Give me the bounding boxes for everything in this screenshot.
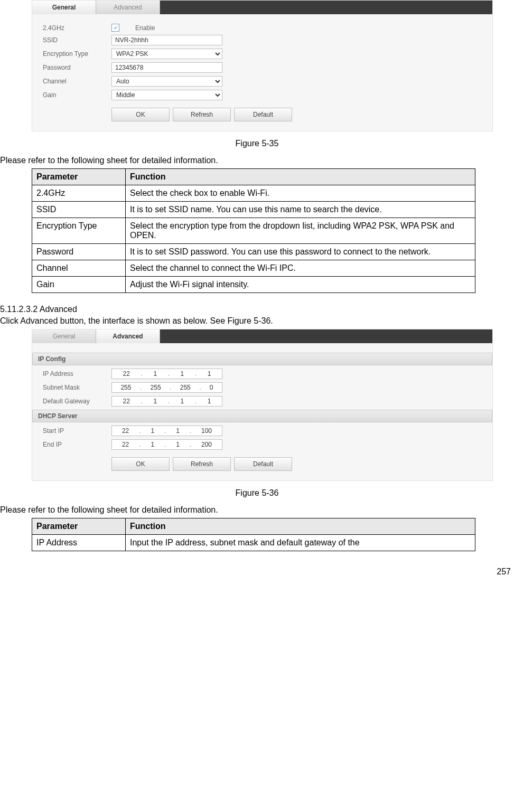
end-ip-label: End IP	[43, 441, 111, 448]
end-ip-input[interactable]: 22. 1. 1. 200	[111, 439, 222, 450]
ssid-label: SSID	[43, 36, 111, 44]
default-button-2[interactable]: Default	[234, 457, 292, 471]
dhcp-server-section: DHCP Server	[32, 410, 492, 422]
tab-advanced-2[interactable]: Advanced	[96, 329, 160, 343]
enable-checkbox[interactable]: ✓	[111, 24, 119, 32]
table-row: IP Address Input the IP address, subnet …	[32, 535, 475, 551]
figure-caption-2: Figure 5-36	[0, 488, 514, 498]
table-row: 2.4GHz Select the check box to enable Wi…	[32, 185, 475, 202]
default-gateway-input[interactable]: 22. 1. 1. 1	[111, 396, 222, 407]
table-row: Channel Select the channel to connect th…	[32, 260, 475, 277]
channel-label: Channel	[43, 78, 111, 85]
start-ip-input[interactable]: 22. 1. 1. 100	[111, 426, 222, 436]
table2-header-func: Function	[126, 518, 475, 535]
intro-text-2: Click Advanced button, the interface is …	[0, 316, 514, 326]
ssid-input[interactable]	[111, 35, 222, 45]
refresh-button[interactable]: Refresh	[173, 108, 231, 121]
subnet-mask-label: Subnet Mask	[43, 384, 111, 391]
table-row: SSID It is to set SSID name. You can use…	[32, 202, 475, 218]
ip-address-input[interactable]: 22. 1. 1. 1	[111, 369, 222, 379]
section-heading-advanced: 5.11.2.3.2 Advanced	[0, 305, 514, 314]
password-label: Password	[43, 64, 111, 71]
ip-address-label: IP Address	[43, 370, 111, 377]
param-table-2: Parameter Function IP Address Input the …	[32, 518, 475, 551]
figure-caption-1: Figure 5-35	[0, 139, 514, 148]
table1-header-func: Function	[126, 169, 475, 185]
tab-general-2[interactable]: General	[32, 329, 96, 343]
freq-label: 2.4GHz	[43, 24, 111, 32]
encryption-select[interactable]: WPA2 PSK	[111, 49, 222, 59]
tab-bar: General Advanced	[32, 1, 492, 14]
page-number: 257	[0, 567, 514, 577]
enable-label: Enable	[135, 24, 155, 32]
gain-label: Gain	[43, 91, 111, 99]
ip-config-section: IP Config	[32, 353, 492, 365]
tab-general[interactable]: General	[32, 1, 96, 14]
subnet-mask-input[interactable]: 255. 255. 255. 0	[111, 382, 222, 393]
table-row: Gain Adjust the Wi-Fi signal intensity.	[32, 277, 475, 293]
table-row: Password It is to set SSID password. You…	[32, 244, 475, 260]
table-row: Encryption Type Select the encryption ty…	[32, 218, 475, 244]
tab-advanced[interactable]: Advanced	[96, 1, 160, 14]
password-input[interactable]	[111, 62, 222, 73]
table2-header-param: Parameter	[32, 518, 126, 535]
tab-bar-advanced: General Advanced	[32, 329, 492, 343]
table1-header-param: Parameter	[32, 169, 126, 185]
gain-select[interactable]: Middle	[111, 90, 222, 100]
refresh-button-2[interactable]: Refresh	[173, 457, 231, 471]
wifi-advanced-panel: General Advanced IP Config IP Address 22…	[32, 329, 493, 481]
default-gateway-label: Default Gateway	[43, 398, 111, 405]
encryption-label: Encryption Type	[43, 50, 111, 58]
wifi-general-panel: General Advanced 2.4GHz ✓ Enable SSID En…	[32, 0, 493, 131]
ok-button-2[interactable]: OK	[111, 457, 170, 471]
default-button[interactable]: Default	[234, 108, 292, 121]
start-ip-label: Start IP	[43, 427, 111, 435]
intro-text-1: Please refer to the following sheet for …	[0, 156, 514, 165]
intro-text-3: Please refer to the following sheet for …	[0, 505, 514, 515]
ok-button[interactable]: OK	[111, 108, 170, 121]
channel-select[interactable]: Auto	[111, 76, 222, 87]
param-table-1: Parameter Function 2.4GHz Select the che…	[32, 168, 475, 293]
